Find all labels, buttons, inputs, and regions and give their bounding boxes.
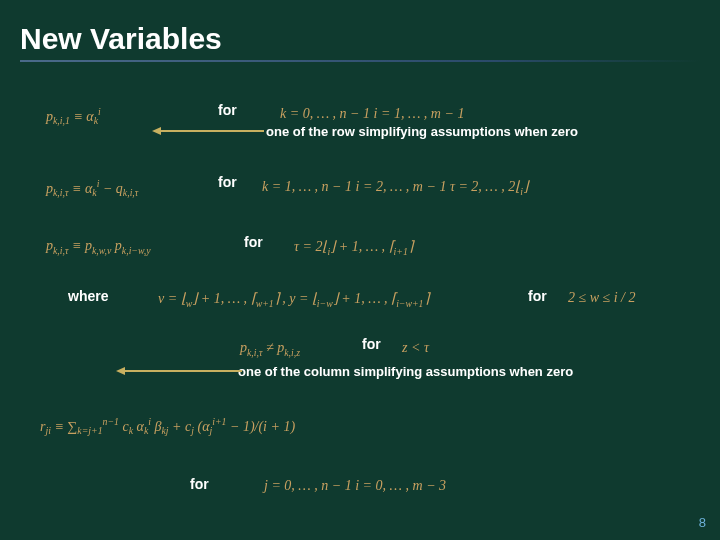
eq-line3: pk,i,τ ≡ pk,w,ν pk,i−w,y (46, 238, 151, 256)
range-line3: τ = 2⌊i⌋ + 1, … , ⌈i+1⌉ (294, 238, 413, 257)
slide-body: pk,i,1 ≡ αki for k = 0, … , n − 1 i = 1,… (0, 80, 720, 520)
title-underline (20, 60, 700, 62)
eq-line2: pk,i,τ ≡ αki − qk,i,τ (46, 178, 138, 198)
ineq-line4: pk,i,τ ≠ pk,i,z (240, 340, 300, 358)
for-label-1: for (218, 102, 237, 118)
eq-line1: pk,i,1 ≡ αki (46, 106, 101, 126)
range-line6: j = 0, … , n − 1 i = 0, … , m − 3 (264, 478, 446, 494)
range-line2: k = 1, … , n − 1 i = 2, … , m − 1 τ = 2,… (262, 178, 528, 197)
note-column-simplifying: one of the column simplifying assumption… (238, 364, 573, 379)
for-label-3: for (244, 234, 263, 250)
where-cond: 2 ≤ w ≤ i / 2 (568, 290, 635, 306)
eq-line5: rji ≡ ∑k=j+1n−1 ck αki βkj + cj (αji+1 −… (40, 416, 295, 436)
for-label-4: for (362, 336, 381, 352)
where-range: ν = ⌊w⌋ + 1, … , ⌈w+1⌉ , y = ⌊i−w⌋ + 1, … (158, 290, 429, 309)
where-label: where (68, 288, 108, 304)
cond-line4: z < τ (402, 340, 429, 356)
page-number: 8 (699, 515, 706, 530)
slide-title: New Variables (0, 0, 720, 60)
for-label-6: for (190, 476, 209, 492)
for-label-where: for (528, 288, 547, 304)
for-label-2: for (218, 174, 237, 190)
range-line1: k = 0, … , n − 1 i = 1, … , m − 1 (280, 106, 464, 122)
note-row-simplifying: one of the row simplifying assumptions w… (266, 124, 578, 139)
